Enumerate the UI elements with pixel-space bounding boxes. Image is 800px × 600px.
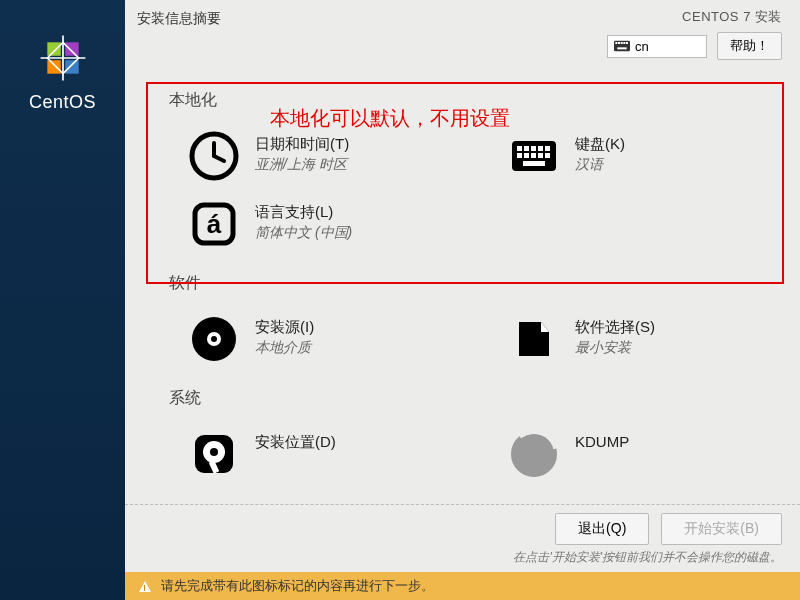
spoke-language[interactable]: á 语言支持(L) 简体中文 (中国) (189, 199, 449, 249)
svg-rect-10 (623, 42, 625, 44)
page-title: 安装信息摘要 (137, 10, 221, 28)
language-icon: á (189, 199, 239, 249)
spoke-datetime[interactable]: 日期和时间(T) 亚洲/上海 时区 (189, 131, 449, 181)
language-title: 语言支持(L) (255, 203, 352, 222)
help-button[interactable]: 帮助！ (717, 32, 782, 60)
brand-name: CentOS (29, 92, 96, 113)
spoke-install-source[interactable]: 安装源(I) 本地介质 (189, 314, 449, 364)
source-sub: 本地介质 (255, 339, 314, 357)
svg-rect-0 (47, 42, 60, 55)
svg-rect-18 (524, 146, 529, 151)
topbar: 安装信息摘要 CENTOS 7 安装 cn 帮助！ (125, 0, 800, 62)
keyboard-title: 键盘(K) (575, 135, 625, 154)
layout-code: cn (635, 39, 649, 54)
clock-icon (189, 131, 239, 181)
language-sub: 简体中文 (中国) (255, 224, 352, 242)
svg-line-15 (214, 156, 224, 161)
quit-button[interactable]: 退出(Q) (555, 513, 649, 545)
svg-rect-7 (615, 42, 617, 44)
svg-rect-26 (545, 153, 550, 158)
spoke-install-destination[interactable]: 安装位置(D) (189, 429, 449, 479)
keyboard-sub: 汉语 (575, 156, 625, 174)
spoke-software-selection[interactable]: 软件选择(S) 最小安装 (509, 314, 769, 364)
brand-logo: CentOS (29, 30, 96, 113)
centos-logo-icon (35, 30, 91, 86)
annotation-text: 本地化可以默认，不用设置 (270, 105, 510, 132)
keyboard-layout-indicator[interactable]: cn (607, 35, 707, 58)
selection-sub: 最小安装 (575, 339, 655, 357)
section-software: 软件 安装源(I) 本地介质 软件选择(S) (149, 273, 776, 364)
svg-rect-21 (545, 146, 550, 151)
svg-rect-27 (523, 161, 545, 166)
datetime-sub: 亚洲/上海 时区 (255, 156, 349, 174)
kdump-title: KDUMP (575, 433, 629, 450)
svg-rect-24 (531, 153, 536, 158)
svg-rect-1 (65, 42, 78, 55)
svg-point-32 (211, 336, 217, 342)
footer: 退出(Q) 开始安装(B) 在点击'开始安装'按钮前我们并不会操作您的磁盘。 (125, 504, 800, 572)
svg-rect-11 (626, 42, 628, 44)
section-header-system: 系统 (149, 388, 776, 409)
harddrive-icon (189, 429, 239, 479)
svg-rect-23 (524, 153, 529, 158)
svg-rect-17 (517, 146, 522, 151)
svg-point-37 (514, 434, 554, 474)
svg-point-35 (210, 448, 218, 456)
svg-text:á: á (207, 209, 222, 239)
svg-rect-19 (531, 146, 536, 151)
selection-title: 软件选择(S) (575, 318, 655, 337)
source-title: 安装源(I) (255, 318, 314, 337)
warning-text: 请先完成带有此图标标记的内容再进行下一步。 (161, 577, 434, 595)
page-subtitle: CENTOS 7 安装 (682, 8, 782, 26)
svg-rect-8 (618, 42, 620, 44)
disc-icon (189, 314, 239, 364)
kdump-icon (509, 429, 559, 479)
begin-install-button[interactable]: 开始安装(B) (661, 513, 782, 545)
warning-bar: 请先完成带有此图标标记的内容再进行下一步。 (125, 572, 800, 600)
svg-rect-22 (517, 153, 522, 158)
svg-rect-2 (47, 60, 60, 73)
svg-rect-20 (538, 146, 543, 151)
svg-rect-9 (621, 42, 623, 44)
footer-hint: 在点击'开始安装'按钮前我们并不会操作您的磁盘。 (513, 549, 782, 566)
svg-rect-3 (65, 60, 78, 73)
package-icon (509, 314, 559, 364)
warning-icon (139, 581, 151, 592)
svg-rect-25 (538, 153, 543, 158)
section-system: 系统 安装位置(D) KDUMP (149, 388, 776, 479)
svg-rect-12 (617, 47, 626, 49)
destination-title: 安装位置(D) (255, 433, 336, 452)
sidebar: CentOS (0, 0, 125, 600)
section-header-software: 软件 (149, 273, 776, 294)
spoke-kdump[interactable]: KDUMP (509, 429, 769, 479)
keyboard-icon (614, 40, 630, 52)
datetime-title: 日期和时间(T) (255, 135, 349, 154)
spoke-keyboard[interactable]: 键盘(K) 汉语 (509, 131, 769, 181)
keyboard-icon (509, 131, 559, 181)
